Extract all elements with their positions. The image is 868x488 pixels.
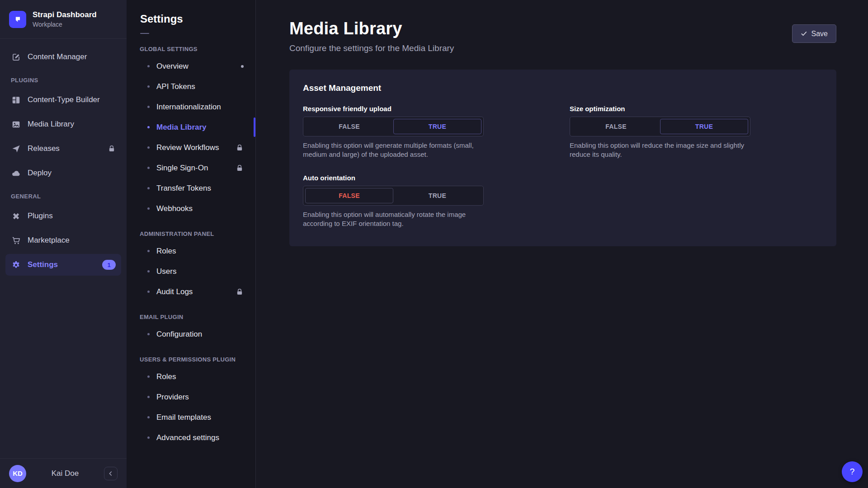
- subnav-item-label: Audit Logs: [156, 287, 193, 296]
- toggle-option-false[interactable]: FALSE: [305, 188, 393, 203]
- lock-icon: [236, 164, 244, 172]
- subnav-item-media-library[interactable]: Media Library: [127, 117, 255, 137]
- subnav-item-review-workflows[interactable]: Review Workflows: [127, 137, 255, 158]
- workplace-switcher[interactable]: Strapi Dashboard Workplace: [0, 0, 127, 39]
- cloud-icon: [11, 168, 21, 178]
- collapse-sidebar-button[interactable]: [104, 467, 118, 480]
- strapi-logo-icon: [9, 11, 26, 28]
- subnav-item-webhooks[interactable]: Webhooks: [127, 198, 255, 219]
- auto-orientation-toggle[interactable]: FALSE TRUE: [303, 186, 484, 206]
- bullet-icon: [147, 85, 150, 88]
- subnav-item-label: Review Workflows: [156, 143, 219, 152]
- nav-item-settings[interactable]: Settings 1: [5, 254, 121, 276]
- subnav-item-email-templates[interactable]: Email templates: [127, 407, 255, 427]
- subnav-item-api-tokens[interactable]: API Tokens: [127, 76, 255, 97]
- bullet-icon: [147, 416, 150, 418]
- sub-section-label: USERS & PERMISSIONS PLUGIN: [140, 356, 255, 363]
- size-optimization-toggle[interactable]: FALSE TRUE: [570, 117, 750, 136]
- nav-item-releases[interactable]: Releases: [5, 138, 121, 160]
- bullet-icon: [147, 187, 150, 189]
- bullet-icon: [147, 436, 150, 439]
- brand-title: Strapi Dashboard: [33, 10, 97, 19]
- gear-icon: [11, 260, 21, 270]
- lock-icon: [108, 145, 116, 153]
- bullet-icon: [147, 65, 150, 67]
- toggle-option-true[interactable]: TRUE: [393, 119, 481, 134]
- sub-section-label: EMAIL PLUGIN: [140, 314, 255, 320]
- responsive-friendly-upload-toggle[interactable]: FALSE TRUE: [303, 117, 484, 136]
- main-nav-footer: KD Kai Doe: [0, 458, 127, 488]
- bullet-icon: [147, 396, 150, 398]
- toggle-option-true[interactable]: TRUE: [660, 119, 748, 134]
- nav-item-label: Content-Type Builder: [28, 95, 100, 104]
- field-label: Responsive friendly upload: [303, 105, 484, 113]
- bullet-icon: [147, 333, 150, 335]
- page-header-text: Media Library Configure the settings for…: [289, 19, 454, 53]
- subnav-item-roles-up[interactable]: Roles: [127, 366, 255, 387]
- toggle-option-false[interactable]: FALSE: [572, 119, 660, 134]
- paper-plane-icon: [11, 144, 21, 154]
- brand-text: Strapi Dashboard Workplace: [33, 10, 97, 28]
- nav-item-plugins[interactable]: Plugins: [5, 205, 121, 227]
- nav-item-label: Content Manager: [28, 52, 87, 61]
- subnav-item-label: Internationalization: [156, 103, 221, 112]
- subnav-item-label: Overview: [156, 62, 189, 71]
- subnav-item-roles-admin[interactable]: Roles: [127, 241, 255, 261]
- app-root: Strapi Dashboard Workplace Content Manag…: [0, 0, 868, 488]
- bullet-icon: [147, 250, 150, 252]
- help-button[interactable]: ?: [842, 461, 863, 482]
- user-avatar[interactable]: KD: [9, 465, 26, 482]
- bullet-icon: [147, 167, 150, 169]
- bullet-icon: [147, 291, 150, 293]
- nav-item-label: Plugins: [28, 211, 53, 221]
- subnav-item-label: Advanced settings: [156, 433, 219, 442]
- puzzle-piece-icon: [11, 211, 21, 221]
- save-button[interactable]: Save: [792, 24, 836, 43]
- sub-section-label: ADMINISTRATION PANEL: [140, 230, 255, 237]
- sub-section-label: GLOBAL SETTINGS: [140, 46, 255, 52]
- brand-subtitle: Workplace: [33, 21, 97, 28]
- subnav-item-configuration[interactable]: Configuration: [127, 324, 255, 344]
- bullet-icon: [147, 126, 150, 128]
- sub-section-global-settings: GLOBAL SETTINGS Overview API Tokens Inte…: [127, 46, 255, 219]
- toggle-option-true[interactable]: TRUE: [393, 188, 481, 203]
- subnav-item-internationalization[interactable]: Internationalization: [127, 97, 255, 117]
- subnav-item-advanced-settings[interactable]: Advanced settings: [127, 427, 255, 448]
- nav-item-deploy[interactable]: Deploy: [5, 162, 121, 184]
- field-auto-orientation: Auto orientation FALSE TRUE Enabling thi…: [303, 174, 484, 229]
- chevron-left-icon: [108, 470, 114, 477]
- subnav-item-providers[interactable]: Providers: [127, 387, 255, 407]
- nav-item-content-manager[interactable]: Content Manager: [5, 46, 121, 68]
- nav-item-media-library[interactable]: Media Library: [5, 113, 121, 135]
- nav-section-plugins: PLUGINS: [11, 77, 116, 84]
- page-title: Media Library: [289, 19, 454, 38]
- main-content: Media Library Configure the settings for…: [256, 0, 868, 488]
- settings-sub-nav: Settings GLOBAL SETTINGS Overview API To…: [127, 0, 256, 488]
- settings-grid: Responsive friendly upload FALSE TRUE En…: [303, 105, 823, 228]
- field-responsive-friendly-upload: Responsive friendly upload FALSE TRUE En…: [303, 105, 484, 160]
- sub-section-administration-panel: ADMINISTRATION PANEL Roles Users Audit L…: [127, 230, 255, 302]
- nav-item-label: Marketplace: [28, 236, 70, 245]
- layout-grid-icon: [11, 95, 21, 105]
- nav-item-marketplace[interactable]: Marketplace: [5, 230, 121, 251]
- nav-item-content-type-builder[interactable]: Content-Type Builder: [5, 89, 121, 111]
- subnav-item-transfer-tokens[interactable]: Transfer Tokens: [127, 178, 255, 198]
- page-subtitle: Configure the settings for the Media Lib…: [289, 43, 454, 53]
- subnav-item-overview[interactable]: Overview: [127, 56, 255, 76]
- save-button-label: Save: [811, 30, 828, 38]
- subnav-item-users[interactable]: Users: [127, 261, 255, 282]
- subnav-item-single-sign-on[interactable]: Single Sign-On: [127, 158, 255, 178]
- field-hint: Enabling this option will automatically …: [303, 210, 484, 229]
- lock-icon: [236, 288, 244, 296]
- nav-item-label: Deploy: [28, 169, 52, 178]
- title-underline: [140, 33, 149, 34]
- bullet-icon: [147, 146, 150, 149]
- toggle-option-false[interactable]: FALSE: [305, 119, 393, 134]
- subnav-item-audit-logs[interactable]: Audit Logs: [127, 282, 255, 302]
- image-picture-icon: [11, 119, 21, 129]
- field-label: Size optimization: [570, 105, 750, 113]
- subnav-item-label: Media Library: [156, 123, 207, 132]
- card-heading: Asset Management: [303, 83, 823, 93]
- edit-pen-icon: [11, 52, 21, 62]
- main-nav: Strapi Dashboard Workplace Content Manag…: [0, 0, 127, 488]
